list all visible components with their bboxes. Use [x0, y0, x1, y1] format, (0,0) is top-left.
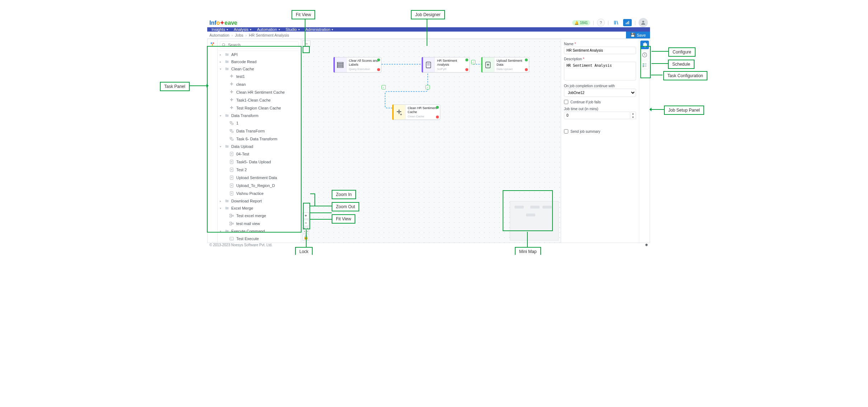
save-icon: 💾	[630, 33, 635, 37]
crumb-jobs[interactable]: Jobs	[235, 33, 243, 37]
search-input[interactable]	[220, 41, 299, 48]
tree-folder[interactable]: ▸Download Report	[218, 197, 301, 205]
node-clear-scores[interactable]: Clear All Scores and Labels Query Execut…	[333, 57, 381, 72]
job-setup-panel: Name * Description * On job completion c…	[561, 39, 650, 243]
callout-zoom-out: Zoom Out	[332, 202, 359, 211]
bug-icon[interactable]: ✱	[645, 243, 648, 247]
timeout-input[interactable]	[564, 112, 630, 119]
check-icon: ✓	[381, 85, 386, 89]
job-name-input[interactable]	[564, 47, 636, 54]
tree-folder[interactable]: ▾Excel Merge	[218, 205, 301, 212]
nav-administration[interactable]: Administration▾	[303, 27, 337, 32]
task-config-tab[interactable]	[640, 61, 649, 69]
callout-minimap: Mini Map	[515, 247, 541, 255]
configure-tab[interactable]	[640, 41, 649, 49]
nav-insights[interactable]: Insights▾	[209, 27, 232, 32]
svg-rect-25	[230, 237, 234, 240]
tree-item[interactable]: test1	[218, 72, 301, 80]
tree-item[interactable]: Clean HR Sentiment Cache	[218, 88, 301, 96]
continue-if-fails-label: Continue if job fails	[570, 100, 601, 104]
help-icon[interactable]: ?	[597, 19, 605, 27]
tree-item[interactable]: test mail view	[218, 220, 301, 228]
svg-rect-19	[230, 214, 232, 215]
upload-icon	[484, 61, 492, 69]
palette-icon[interactable]	[210, 41, 215, 47]
tree-item[interactable]: Upload_To_Region_D	[218, 182, 301, 190]
send-summary-checkbox[interactable]	[564, 129, 568, 134]
tree-item[interactable]: 1	[218, 119, 301, 127]
tree-item[interactable]: Test Execute	[218, 235, 301, 243]
node-hr-sentiment[interactable]: HR Sentiment Analysis SciPyR	[422, 57, 470, 72]
logo: Info✦eave	[209, 19, 237, 26]
svg-rect-1	[627, 22, 628, 24]
breadcrumb: Automation › Jobs › HR Sentiment Analysi…	[207, 33, 289, 37]
tree-item[interactable]: Test Region Clean Cache	[218, 104, 301, 112]
timeout-up[interactable]: ▲	[630, 112, 636, 116]
callout-task-panel: Task Panel	[160, 82, 190, 91]
check-icon: ✓	[426, 85, 430, 89]
callout-zoom-in: Zoom In	[332, 190, 356, 199]
minimap[interactable]	[510, 201, 559, 240]
zoom-in-button[interactable]: +	[303, 212, 309, 219]
tree-folder[interactable]: ▾Data Upload	[218, 143, 301, 150]
tree-item[interactable]: 04-Test	[218, 150, 301, 158]
callout-configure: Configure	[668, 47, 696, 57]
svg-rect-24	[232, 223, 234, 224]
node-title: HR Sentiment Analysis	[437, 59, 467, 67]
tree-item[interactable]: Vishnu Practice	[218, 190, 301, 197]
node-subtitle: Data Upload	[497, 67, 527, 71]
tree-folder[interactable]: ▾Data Transform	[218, 112, 301, 119]
main-nav: Insights▾ Analysis▾ Automation▾ Studio▾ …	[207, 27, 650, 32]
library-icon[interactable]	[612, 19, 620, 26]
send-summary-label: Send job summary	[570, 130, 600, 134]
continue-if-fails-checkbox[interactable]	[564, 100, 568, 104]
tree-item[interactable]: Data TransForm	[218, 127, 301, 135]
tree-item[interactable]: Task1-Clean Cache	[218, 96, 301, 104]
tree-item[interactable]: Upload Sentiment Data	[218, 174, 301, 182]
timeout-label: Job time out (in mins)	[564, 107, 636, 111]
node-upload-data[interactable]: Upload Sentiment Data Data Upload	[481, 57, 529, 72]
node-subtitle: Query Execution	[349, 67, 379, 71]
dashboard-icon[interactable]	[623, 19, 632, 26]
zoom-out-button[interactable]: −	[303, 220, 309, 226]
svg-rect-7	[230, 121, 231, 123]
svg-point-6	[212, 44, 213, 46]
svg-rect-22	[230, 222, 232, 223]
svg-point-3	[642, 21, 644, 23]
svg-rect-23	[230, 224, 232, 225]
crumb-automation[interactable]: Automation	[209, 33, 229, 37]
tree-item[interactable]: Test excel merge	[218, 212, 301, 220]
tree-folder[interactable]: ▾Execute Command	[218, 228, 301, 235]
svg-rect-9	[230, 129, 231, 131]
tree-folder[interactable]: ▾Clean Cache	[218, 65, 301, 72]
tree-item[interactable]: Task 6- Data Transform	[218, 135, 301, 143]
task-tree[interactable]: ▸API▸Barcode Read▾Clean Cachetest1cleanC…	[218, 51, 301, 243]
tree-folder[interactable]: ▸Barcode Read	[218, 58, 301, 65]
name-label: Name *	[564, 42, 636, 46]
nav-analysis[interactable]: Analysis▾	[232, 27, 255, 32]
nav-studio[interactable]: Studio▾	[284, 27, 303, 32]
timeout-down[interactable]: ▼	[630, 116, 636, 119]
tree-folder[interactable]: ▸API	[218, 51, 301, 58]
avatar[interactable]	[639, 18, 648, 27]
fitview-top-button[interactable]: −	[303, 41, 310, 47]
nav-automation[interactable]: Automation▾	[255, 27, 284, 32]
callout-fit-view-top: Fit View	[291, 10, 315, 19]
tree-item[interactable]: Test 2	[218, 166, 301, 174]
svg-rect-20	[230, 216, 232, 217]
continue-select[interactable]: JobOne12	[564, 89, 636, 97]
query-icon	[336, 61, 344, 69]
footer-copyright: © 2013-2023 Noesys Software Pvt. Ltd.	[209, 243, 272, 247]
svg-rect-2	[628, 21, 629, 24]
node-clean-cache[interactable]: Clean HR Sentiment Cache Clean Cache	[392, 104, 440, 120]
save-button[interactable]: 💾 Save	[626, 32, 650, 38]
tree-item[interactable]: Task5- Data Upload	[218, 158, 301, 166]
schedule-tab[interactable]	[640, 51, 649, 59]
tree-item[interactable]: clean	[218, 80, 301, 88]
notif-badge[interactable]: 🔔 1841	[572, 20, 590, 25]
callout-task-configuration: Task Configuration	[663, 71, 707, 80]
check-icon: ✓	[471, 60, 475, 64]
job-designer[interactable]: − ✓ ✓ ✓ Clear All Scores and L	[301, 39, 561, 243]
job-desc-input[interactable]	[564, 62, 636, 80]
callout-fit-view: Fit View	[332, 214, 355, 224]
